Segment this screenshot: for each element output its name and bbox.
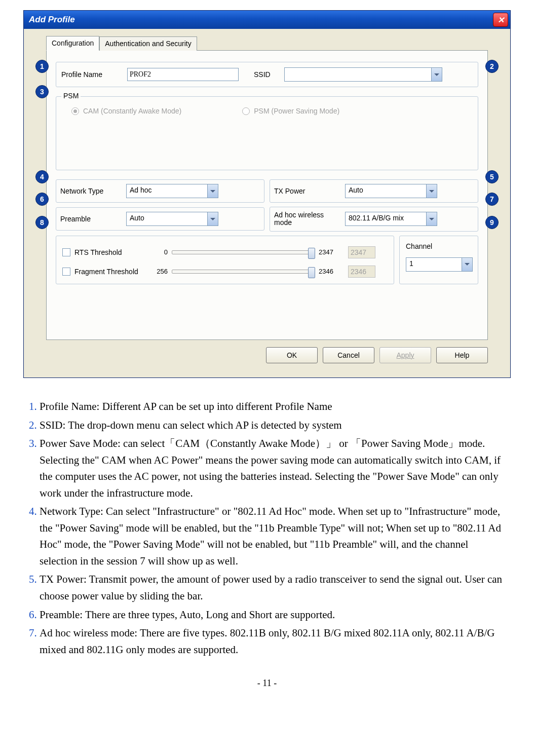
note-3: Power Save Mode: can select「CAM（Constant…	[40, 435, 509, 501]
ssid-combo[interactable]	[284, 67, 442, 82]
psm-label: PSM (Power Saving Mode)	[254, 107, 339, 115]
adhoc-mode-combo[interactable]: 802.11 A/B/G mix	[345, 212, 437, 226]
chevron-down-icon	[207, 184, 218, 198]
channel-combo[interactable]: 1	[406, 257, 473, 272]
titlebar: Add Profile ✕	[24, 11, 510, 29]
marker-3: 3	[35, 85, 49, 98]
marker-5: 5	[485, 170, 499, 183]
help-button[interactable]: Help	[436, 347, 488, 363]
preamble-value: Auto	[127, 212, 207, 225]
tx-power-combo[interactable]: Auto	[345, 184, 437, 198]
ssid-label: SSID	[254, 70, 279, 79]
frag-min: 256	[147, 268, 168, 275]
chevron-down-icon	[426, 212, 437, 225]
ssid-value	[285, 68, 431, 81]
adhoc-mode-label: Ad hoc wireless mode	[274, 211, 340, 227]
tx-power-value: Auto	[346, 184, 426, 198]
note-2: SSID: The drop-down menu can select whic…	[40, 417, 509, 434]
profile-name-label: Profile Name	[61, 70, 122, 79]
chevron-down-icon	[207, 212, 218, 225]
marker-1: 1	[35, 60, 49, 73]
radio-cam: CAM (Constantly Awake Mode)	[71, 107, 181, 115]
rts-slider[interactable]	[172, 250, 315, 254]
chevron-down-icon	[426, 184, 437, 198]
tab-authentication-label: Authentication and Security	[105, 40, 191, 48]
fragment-slider[interactable]	[172, 270, 315, 274]
channel-label: Channel	[406, 242, 472, 250]
close-button[interactable]: ✕	[493, 13, 508, 27]
adhoc-mode-value: 802.11 A/B/G mix	[346, 212, 426, 225]
tx-power-label: TX Power	[274, 187, 340, 195]
radio-icon	[71, 107, 79, 115]
config-panel: 1 2 3 4 5 6 7 8 9 Profile Name SSID	[46, 51, 488, 340]
radio-psm: PSM (Power Saving Mode)	[242, 107, 339, 115]
checkbox-icon	[62, 268, 70, 276]
tab-configuration[interactable]: Configuration	[46, 36, 99, 51]
profile-name-input[interactable]	[127, 68, 239, 81]
note-1: Profile Name: Different AP can be set up…	[40, 398, 509, 415]
window-title: Add Profile	[29, 15, 75, 25]
channel-value: 1	[406, 258, 462, 271]
chevron-down-icon	[462, 258, 472, 271]
rts-label: RTS Threshold	[74, 248, 122, 256]
frag-value	[348, 266, 375, 278]
marker-7: 7	[485, 193, 499, 206]
frag-max: 2346	[319, 268, 344, 275]
note-4: Network Type: Can select "Infrastructure…	[40, 503, 509, 569]
tab-configuration-label: Configuration	[52, 39, 94, 47]
network-type-label: Network Type	[60, 187, 121, 195]
tab-strip: Configuration Authentication and Securit…	[46, 36, 488, 51]
network-type-combo[interactable]: Ad hoc	[126, 184, 218, 198]
fragment-checkbox[interactable]: Fragment Threshold	[62, 268, 143, 276]
note-7: Ad hoc wireless mode: There are five typ…	[40, 625, 509, 658]
page-number: - 11 -	[21, 678, 513, 689]
note-5: TX Power: Transmit power, the amount of …	[40, 571, 509, 604]
rts-value	[348, 246, 375, 258]
tab-authentication[interactable]: Authentication and Security	[99, 36, 197, 51]
preamble-label: Preamble	[60, 215, 121, 223]
notes-section: Profile Name: Different AP can be set up…	[25, 398, 509, 658]
cancel-button[interactable]: Cancel	[323, 347, 374, 363]
note-6: Preamble: There are three types, Auto, L…	[40, 607, 509, 623]
dialog-buttons: OK Cancel Apply Help	[31, 347, 488, 363]
marker-2: 2	[485, 60, 499, 73]
rts-checkbox[interactable]: RTS Threshold	[62, 248, 143, 256]
slider-thumb-icon	[308, 267, 315, 278]
radio-icon	[242, 107, 250, 115]
checkbox-icon	[62, 248, 70, 256]
ok-button[interactable]: OK	[266, 347, 318, 363]
marker-4: 4	[35, 170, 49, 183]
network-type-value: Ad hoc	[127, 184, 207, 198]
add-profile-window: Add Profile ✕ Configuration Authenticati…	[23, 10, 511, 378]
close-icon: ✕	[498, 15, 504, 25]
psm-legend: PSM	[61, 92, 81, 100]
rts-min: 0	[147, 248, 168, 256]
marker-9: 9	[485, 216, 499, 229]
marker-8: 8	[35, 216, 49, 229]
cam-label: CAM (Constantly Awake Mode)	[83, 107, 181, 115]
slider-thumb-icon	[308, 248, 315, 259]
preamble-combo[interactable]: Auto	[126, 212, 218, 226]
fragment-label: Fragment Threshold	[74, 268, 138, 276]
marker-6: 6	[35, 193, 49, 206]
apply-button: Apply	[379, 347, 431, 363]
chevron-down-icon	[431, 68, 442, 81]
rts-max: 2347	[319, 248, 344, 256]
